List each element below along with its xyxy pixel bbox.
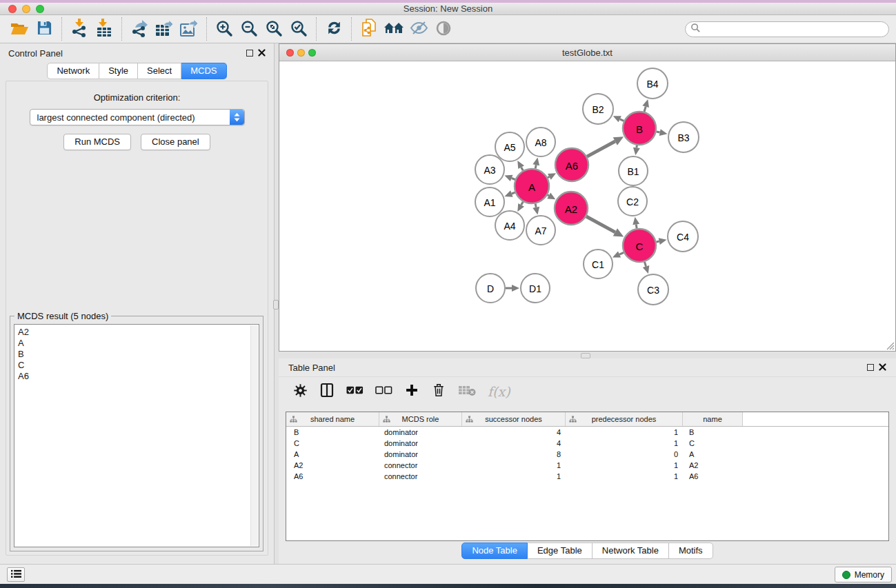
graph-edge-A2-C[interactable] (586, 216, 624, 237)
graph-edge-B-B1[interactable] (633, 145, 640, 155)
graph-node-C2[interactable]: C2 (618, 187, 647, 216)
table-cell[interactable]: 0 (566, 450, 683, 458)
graph-edge-C-C1[interactable] (613, 251, 624, 257)
graph-node-D1[interactable]: D1 (521, 274, 550, 303)
close-panel-button[interactable]: Close panel (141, 134, 210, 150)
mcds-result-item[interactable]: A2 (18, 327, 259, 338)
graph-edge-A-A3[interactable] (504, 175, 515, 181)
graph-edge-B-B2[interactable] (613, 116, 624, 122)
graph-edge-A-A1[interactable] (505, 190, 515, 196)
tab-motifs[interactable]: Motifs (669, 543, 713, 559)
graph-edge-A-A6[interactable] (548, 173, 556, 180)
graph-edge-A-A7[interactable] (532, 203, 539, 214)
add-row-button[interactable] (404, 381, 419, 402)
tab-network[interactable]: Network (47, 63, 99, 79)
graph-edge-A-A4[interactable] (517, 202, 524, 212)
table-cell[interactable]: dominator (379, 428, 462, 436)
network-close-button[interactable] (286, 49, 294, 57)
table-cell[interactable]: A (683, 450, 743, 458)
graph-node-A[interactable]: A (515, 169, 549, 203)
import-network-button[interactable] (67, 17, 92, 41)
tab-mcds[interactable]: MCDS (181, 63, 226, 79)
result-scrollbar-track[interactable] (250, 325, 258, 546)
search-input[interactable] (701, 24, 884, 34)
tab-node-table[interactable]: Node Table (461, 543, 528, 559)
table-cell[interactable]: dominator (379, 439, 462, 447)
graph-node-A2[interactable]: A2 (555, 192, 588, 225)
open-session-button[interactable] (7, 17, 32, 41)
graph-node-C3[interactable]: C3 (638, 274, 668, 305)
network-canvas[interactable]: B4B2BB3A8A5A6A3B1AC2A1A2A4A7C4CC1C3DD1 (279, 61, 895, 351)
graph-node-B3[interactable]: B3 (668, 122, 699, 152)
graph-node-A5[interactable]: A5 (495, 132, 524, 161)
table-cell[interactable]: connector (379, 472, 462, 480)
float-table-panel-icon[interactable] (867, 364, 874, 371)
mcds-result-item[interactable]: A (18, 338, 259, 349)
graph-edge-A-A2[interactable] (547, 193, 555, 200)
graph-node-A7[interactable]: A7 (526, 216, 555, 245)
table-cell[interactable]: 1 (566, 428, 683, 436)
graph-edge-A-A8[interactable] (532, 158, 539, 169)
export-image-button[interactable] (177, 17, 201, 41)
column-header-predecessor-nodes[interactable]: predecessor nodes (566, 412, 683, 426)
first-neighbors-button[interactable] (381, 17, 406, 41)
graph-node-C[interactable]: C (623, 229, 656, 262)
table-cell[interactable]: 1 (462, 461, 566, 469)
show-all-button[interactable] (431, 17, 456, 41)
graph-edge-B-B4[interactable] (642, 99, 649, 112)
tab-style[interactable]: Style (99, 63, 138, 79)
graph-node-A6[interactable]: A6 (555, 148, 588, 181)
table-cell[interactable]: connector (379, 461, 462, 469)
network-window-titlebar[interactable]: testGlobe.txt (279, 44, 895, 61)
show-tasks-button[interactable] (7, 567, 25, 582)
table-cell[interactable]: 1 (566, 472, 683, 480)
memory-button[interactable]: Memory (835, 567, 892, 582)
zoom-window-button[interactable] (36, 5, 44, 13)
open-network-file-button[interactable] (357, 17, 381, 41)
table-row[interactable]: A6connector11A6 (286, 471, 888, 482)
export-network-button[interactable] (127, 17, 152, 41)
table-row[interactable]: Adominator80A (286, 449, 888, 460)
deselect-all-button[interactable] (375, 381, 392, 402)
graph-node-A8[interactable]: A8 (526, 128, 555, 156)
hide-selected-button[interactable] (406, 17, 431, 41)
graph-edge-A-A5[interactable] (517, 161, 524, 170)
table-cell[interactable]: C (286, 439, 379, 447)
graph-node-C1[interactable]: C1 (584, 250, 613, 278)
graph-node-C4[interactable]: C4 (668, 221, 698, 252)
zoom-selected-button[interactable] (286, 17, 311, 41)
search-field[interactable] (685, 21, 889, 37)
table-cell[interactable]: A2 (286, 461, 379, 469)
column-header-successor-nodes[interactable]: successor nodes (462, 412, 566, 426)
close-window-button[interactable] (8, 5, 17, 13)
minimize-window-button[interactable] (22, 5, 30, 13)
column-header-mcds-role[interactable]: MCDS role (379, 412, 462, 426)
table-cell[interactable]: A6 (683, 472, 743, 480)
table-cell[interactable]: 4 (462, 439, 566, 447)
zoom-in-button[interactable] (212, 17, 237, 41)
mcds-result-item[interactable]: A6 (18, 371, 259, 382)
graph-node-A3[interactable]: A3 (475, 155, 504, 184)
tab-select[interactable]: Select (138, 63, 181, 79)
graph-edge-C-C2[interactable] (633, 217, 639, 229)
table-cell[interactable]: 1 (566, 461, 683, 469)
column-header-shared-name[interactable]: shared name (286, 412, 379, 426)
run-mcds-button[interactable]: Run MCDS (63, 134, 131, 150)
graph-node-D[interactable]: D (476, 274, 505, 303)
tab-edge-table[interactable]: Edge Table (528, 543, 593, 559)
graph-node-B4[interactable]: B4 (637, 68, 668, 99)
table-row[interactable]: A2connector11A2 (286, 460, 888, 471)
table-cell[interactable]: B (286, 428, 379, 436)
graph-node-A4[interactable]: A4 (495, 211, 524, 240)
table-cell[interactable]: 1 (566, 439, 683, 447)
table-row[interactable]: Bdominator41B (286, 427, 888, 438)
table-cell[interactable]: A (286, 450, 379, 458)
graph-node-B2[interactable]: B2 (583, 94, 613, 124)
mcds-result-item[interactable]: B (18, 349, 259, 360)
show-columns-button[interactable] (319, 381, 335, 402)
graph-node-A1[interactable]: A1 (475, 187, 504, 216)
graph-node-B1[interactable]: B1 (619, 156, 648, 185)
function-builder-button[interactable]: f(x) (488, 381, 510, 402)
table-cell[interactable]: dominator (379, 450, 462, 458)
graph-edge-C-C3[interactable] (643, 262, 650, 274)
